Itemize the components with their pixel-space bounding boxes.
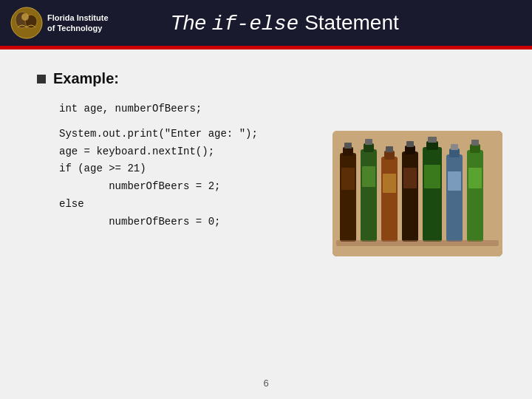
beer-image [332, 131, 502, 256]
bullet-icon [37, 75, 46, 83]
logo-box: Florida Institute of Technology [10, 7, 109, 39]
title-suffix: Statement [299, 11, 398, 34]
svg-rect-24 [424, 165, 440, 188]
svg-rect-32 [468, 168, 482, 188]
title-code: if-else [212, 13, 299, 35]
svg-rect-9 [361, 149, 377, 242]
svg-rect-29 [467, 150, 483, 242]
svg-rect-13 [381, 157, 398, 242]
beer-bottles-svg [332, 131, 502, 256]
header: Florida Institute of Technology The if-e… [0, 0, 532, 46]
svg-rect-19 [406, 141, 414, 147]
title-prefix: The [171, 11, 212, 34]
svg-rect-31 [471, 140, 479, 146]
svg-rect-5 [340, 153, 356, 242]
svg-rect-27 [451, 144, 458, 150]
svg-rect-15 [386, 146, 393, 152]
logo-area: Florida Institute of Technology [0, 0, 119, 46]
florida-tech-logo-icon [10, 7, 43, 39]
svg-rect-17 [402, 151, 418, 242]
logo-line1: Florida Institute [47, 13, 109, 23]
svg-rect-12 [362, 166, 375, 187]
svg-rect-16 [383, 174, 396, 193]
svg-rect-21 [423, 147, 442, 242]
svg-rect-33 [336, 240, 499, 246]
content-area: Example: int age, numberOfBeers; System.… [0, 50, 532, 246]
svg-rect-25 [446, 154, 463, 242]
svg-rect-28 [448, 171, 461, 191]
svg-point-3 [21, 13, 29, 21]
svg-rect-8 [341, 168, 355, 190]
svg-rect-11 [365, 139, 372, 145]
slide-title: The if-else Statement [119, 11, 533, 35]
svg-rect-20 [403, 168, 417, 188]
code-line-1: int age, numberOfBeers; [59, 100, 495, 118]
page-number: 6 [263, 378, 268, 389]
logo-line2: of Technology [47, 23, 109, 33]
example-heading: Example: [53, 70, 119, 87]
svg-rect-7 [344, 143, 352, 149]
code-spacer-1 [59, 118, 495, 126]
logo-text: Florida Institute of Technology [47, 13, 109, 34]
example-label-row: Example: [37, 70, 495, 87]
svg-rect-23 [428, 137, 437, 143]
slide: Florida Institute of Technology The if-e… [0, 0, 532, 399]
